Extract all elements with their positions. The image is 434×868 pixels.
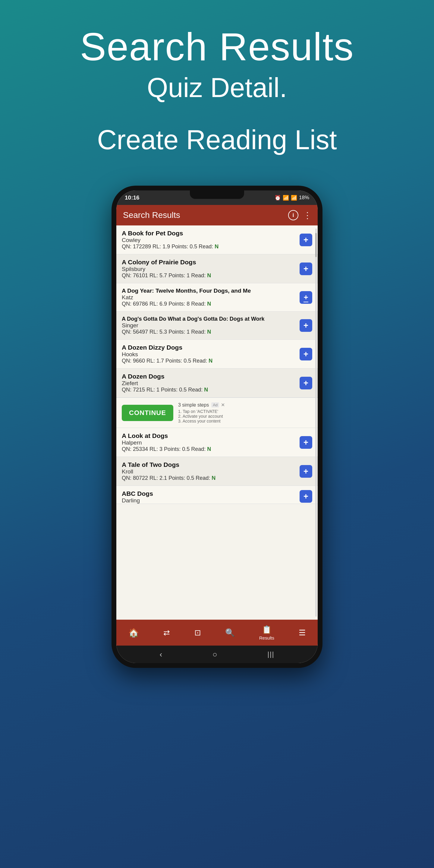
add-button[interactable]: + (300, 319, 312, 332)
rl-value: 1.9 (162, 244, 170, 250)
ad-close-icon[interactable]: ✕ (221, 402, 225, 408)
signal-icon: 📶 (291, 195, 297, 201)
ad-step3: 3. Access your content (178, 418, 312, 424)
list-item[interactable]: A Colony of Prairie Dogs Spilsbury QN: 7… (116, 254, 318, 283)
add-button[interactable]: + (300, 262, 312, 275)
status-time: 10:16 (125, 194, 140, 201)
app-bar: Search Results i ⋮ (116, 205, 318, 225)
home-button[interactable]: ○ (213, 650, 217, 659)
alarm-icon: ⏰ (275, 195, 281, 201)
phone-mockup: 10:16 ⏰ 📶 📶 18% Search Results i ⋮ (112, 186, 322, 668)
system-nav: ‹ ○ ||| (116, 646, 318, 663)
add-button[interactable]: + (300, 234, 312, 246)
home-icon: 🏠 (128, 628, 139, 638)
checkin-icon: ⊡ (194, 628, 201, 638)
result-content: A Dozen Dogs Ziefert QN: 7215 RL: 1 Poin… (122, 373, 297, 393)
ad-step1: 1. Tap on 'ACTIVATE' (178, 409, 312, 414)
bottom-nav: 🏠 ⇄ ⊡ 🔍 📋 Results ☰ (116, 620, 318, 646)
qn-value: 76101 (133, 273, 148, 278)
nav-home[interactable]: 🏠 (128, 628, 139, 638)
scrollbar-thumb[interactable] (315, 233, 317, 257)
header-section: Search Results Quiz Detail. Create Readi… (80, 24, 354, 156)
result-content: A Dozen Dizzy Dogs Hooks QN: 9660 RL: 1.… (122, 344, 297, 364)
recents-button[interactable]: ||| (267, 650, 274, 658)
app-bar-actions: i ⋮ (288, 210, 311, 220)
app-bar-title: Search Results (123, 210, 288, 220)
ad-step2: 2. Activate your account (178, 414, 312, 418)
cta-text: Create Reading List (80, 124, 354, 156)
rl-value: 5.7 (159, 273, 167, 278)
result-meta: QN: 7215 RL: 1 Points: 0.5 Read: N (122, 387, 297, 393)
menu-icon: ☰ (299, 628, 306, 638)
read-value: N (215, 244, 218, 250)
result-title: A Dozen Dogs (122, 373, 297, 380)
list-item[interactable]: A Book for Pet Dogs Cowley QN: 172289 RL… (116, 225, 318, 254)
ad-steps-title: 3 simple steps (178, 402, 209, 408)
add-button[interactable]: + (300, 348, 312, 361)
results-list: A Book for Pet Dogs Cowley QN: 172289 RL… (116, 225, 318, 620)
battery-level: 18% (299, 195, 309, 201)
result-meta: QN: 76101 RL: 5.7 Points: 1 Read: N (122, 273, 297, 279)
list-item[interactable]: A Dozen Dogs Ziefert QN: 7215 RL: 1 Poin… (116, 369, 318, 398)
nav-results[interactable]: 📋 Results (259, 625, 274, 641)
result-author: Ziefert (122, 380, 297, 387)
add-button[interactable]: + (300, 465, 312, 478)
info-button[interactable]: i (288, 210, 299, 220)
list-item[interactable]: A Look at Dogs Halpern QN: 25334 RL: 3 P… (116, 428, 318, 457)
qn-label: QN: (122, 244, 133, 250)
nav-transfer[interactable]: ⇄ (163, 628, 170, 638)
result-content: A Book for Pet Dogs Cowley QN: 172289 RL… (122, 230, 297, 250)
result-content: A Look at Dogs Halpern QN: 25334 RL: 3 P… (122, 432, 297, 453)
info-icon: i (292, 212, 294, 218)
results-label: Results (259, 635, 274, 641)
result-meta: QN: 56497 RL: 5.3 Points: 1 Read: N (122, 329, 297, 335)
result-title: A Dozen Dizzy Dogs (122, 344, 297, 351)
result-title: A Dog's Gotta Do What a Dog's Gotta Do: … (122, 316, 297, 322)
result-title: A Book for Pet Dogs (122, 230, 297, 237)
qn-value: 172289 (133, 244, 151, 250)
result-author: Kroll (122, 468, 297, 475)
continue-button[interactable]: CONTINUE (122, 405, 173, 421)
result-meta: QN: 69786 RL: 6.9 Points: 8 Read: N (122, 301, 297, 307)
result-content: A Dog Year: Twelve Months, Four Dogs, an… (122, 287, 297, 307)
list-item[interactable]: A Tale of Two Dogs Kroll QN: 80722 RL: 2… (116, 457, 318, 486)
main-title: Search Results (80, 24, 354, 69)
pts-label: Points: (172, 244, 190, 250)
nav-search[interactable]: 🔍 (225, 628, 235, 638)
result-author: Singer (122, 322, 297, 329)
transfer-icon: ⇄ (163, 628, 170, 638)
result-meta: QN: 25334 RL: 3 Points: 0.5 Read: N (122, 446, 297, 453)
add-button[interactable]: + (300, 377, 312, 390)
back-button[interactable]: ‹ (159, 650, 162, 659)
ad-content: 3 simple steps Ad ✕ 1. Tap on 'ACTIVATE'… (178, 402, 312, 424)
result-content: A Dog's Gotta Do What a Dog's Gotta Do: … (122, 316, 297, 335)
read-value: N (207, 273, 211, 278)
result-author: Katz (122, 294, 297, 301)
more-button[interactable]: ⋮ (303, 210, 311, 220)
nav-menu[interactable]: ☰ (299, 628, 306, 638)
result-meta: QN: 9660 RL: 1.7 Points: 0.5 Read: N (122, 358, 297, 364)
result-content: A Tale of Two Dogs Kroll QN: 80722 RL: 2… (122, 461, 297, 481)
add-button[interactable]: + (300, 490, 312, 503)
nav-checkin[interactable]: ⊡ (194, 628, 201, 638)
add-button[interactable]: + (300, 291, 312, 304)
subtitle: Quiz Detail. (80, 72, 354, 103)
list-item[interactable]: A Dozen Dizzy Dogs Hooks QN: 9660 RL: 1.… (116, 340, 318, 369)
ad-label: Ad (211, 402, 219, 407)
result-content: ABC Dogs Darling (122, 490, 297, 504)
result-content: A Colony of Prairie Dogs Spilsbury QN: 7… (122, 258, 297, 279)
list-item[interactable]: ABC Dogs Darling + (116, 486, 318, 504)
read-label: Read: (198, 244, 215, 250)
search-icon: 🔍 (225, 628, 235, 638)
result-meta: QN: 172289 RL: 1.9 Points: 0.5 Read: N (122, 244, 297, 250)
list-item[interactable]: A Dog's Gotta Do What a Dog's Gotta Do: … (116, 312, 318, 340)
rl-label: RL: (153, 244, 162, 250)
result-title: ABC Dogs (122, 490, 297, 497)
result-meta: QN: 80722 RL: 2.1 Points: 0.5 Read: N (122, 475, 297, 481)
list-item[interactable]: A Dog Year: Twelve Months, Four Dogs, an… (116, 283, 318, 312)
scrollbar-track (315, 228, 317, 617)
results-icon: 📋 (262, 625, 272, 634)
result-title: A Dog Year: Twelve Months, Four Dogs, an… (122, 287, 297, 294)
add-button[interactable]: + (300, 436, 312, 449)
result-title: A Look at Dogs (122, 432, 297, 439)
